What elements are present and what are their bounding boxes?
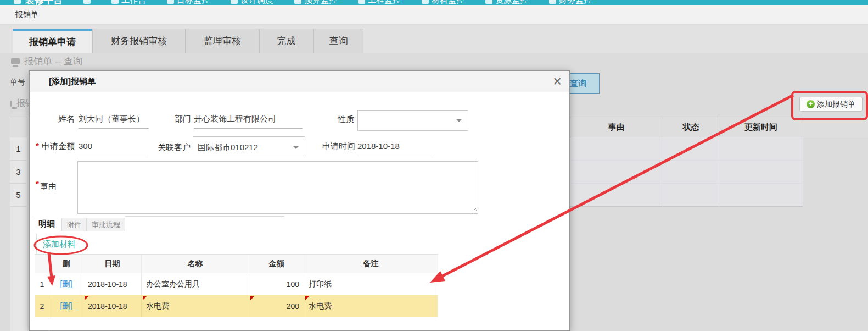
note-cell[interactable]: 打印纸 xyxy=(304,273,438,295)
menu-label: 目标监控 xyxy=(177,0,210,5)
tab-label: 审批流程 xyxy=(92,220,120,230)
time-field[interactable]: 2018-10-18 xyxy=(357,136,432,156)
reason-textarea[interactable] xyxy=(77,161,478,214)
note-cell[interactable]: 水电费 xyxy=(304,295,438,317)
bg-col-header-zhuangtai: 状态 xyxy=(663,117,719,137)
tab-label: 监理审核 xyxy=(204,35,241,47)
tab-label: 附件 xyxy=(67,220,81,230)
target-icon xyxy=(167,0,174,4)
menu-label: 资源监控 xyxy=(495,0,528,5)
tab-shenpi-liucheng[interactable]: 审批流程 xyxy=(87,218,125,231)
desktop-icon xyxy=(111,0,119,4)
date-cell[interactable]: 2018-10-18 xyxy=(83,295,142,317)
section-title-text: 报销单 -- 查询 xyxy=(24,55,82,68)
tab-baoxiaodan-shenqing[interactable]: 报销单申请 xyxy=(13,29,92,53)
menu-item-cailiao[interactable]: 材料监控 xyxy=(422,0,464,5)
detail-table: 删 日期 名称 金额 备注 1 [删] 2018-10-18 办公室办公用具 1… xyxy=(35,254,438,317)
delete-link[interactable]: [删] xyxy=(60,279,72,289)
required-mark: * xyxy=(36,179,39,188)
amount-field[interactable]: 300 xyxy=(79,136,146,156)
col-header-amount: 金额 xyxy=(249,255,304,273)
dept-field[interactable]: 开心装饰工程有限公司 xyxy=(194,109,303,129)
bg-cell xyxy=(663,161,719,184)
nature-label: 性质 xyxy=(320,109,354,129)
amount-cell[interactable]: 200 xyxy=(249,295,304,317)
customer-label: 关联客户 xyxy=(158,137,191,157)
delete-link[interactable]: [删] xyxy=(60,301,72,311)
customer-value: 国际都市010212 xyxy=(198,142,258,152)
tab-fujian[interactable]: 附件 xyxy=(61,218,87,231)
menu-label: 财务监控 xyxy=(559,0,592,5)
menu-label: 工程监控 xyxy=(368,0,401,5)
bg-col-header-shiyou: 事由 xyxy=(570,117,663,137)
tab-label: 明细 xyxy=(38,219,55,229)
budget-icon xyxy=(294,0,301,4)
name-cell[interactable]: 办公室办公用具 xyxy=(142,273,249,295)
col-header-note: 备注 xyxy=(304,255,438,273)
bg-cell xyxy=(570,137,663,161)
chevron-down-icon xyxy=(293,146,299,152)
tab-label: 完成 xyxy=(277,35,296,47)
bg-cell xyxy=(719,184,803,207)
date-cell[interactable]: 2018-10-18 xyxy=(83,273,142,295)
hamburger-icon[interactable] xyxy=(83,0,91,4)
logo-icon xyxy=(14,0,21,4)
time-label: 申请时间 xyxy=(322,136,355,156)
nature-select[interactable] xyxy=(357,110,468,131)
add-baoxiaodan-button[interactable]: 添加报销单 xyxy=(799,97,863,112)
dialog-header xyxy=(30,71,569,92)
chevron-down-icon xyxy=(456,119,462,125)
tab-chaxun[interactable]: 查询 xyxy=(313,29,363,53)
bg-row-number: 1 xyxy=(10,137,27,161)
bg-col-header-empty xyxy=(803,117,868,137)
name-label: 姓名 xyxy=(39,109,75,129)
project-icon xyxy=(358,0,365,4)
menu-item-sheji[interactable]: 设计调度 xyxy=(231,0,273,5)
bg-col-header-gengxinshijian: 更新时间 xyxy=(719,117,803,137)
bg-cell xyxy=(719,161,803,184)
menu-item-gongzuotai[interactable]: 工作台 xyxy=(111,0,146,5)
close-icon[interactable]: × xyxy=(553,72,562,91)
row-number: 2 xyxy=(35,295,49,317)
col-header-del: 删 xyxy=(49,255,83,273)
divider xyxy=(125,216,284,217)
brand: 装修平台 xyxy=(14,0,63,5)
add-material-link[interactable]: 添加材料 xyxy=(43,239,76,250)
dept-label: 部门 xyxy=(157,109,191,129)
danhao-label: 单号 xyxy=(10,78,25,87)
top-menu-bar: 装修平台 工作台 目标监控 设计调度 预算监控 工程监控 材料监控 资源监控 财… xyxy=(0,0,868,5)
menu-item-ziyuan[interactable]: 资源监控 xyxy=(485,0,528,5)
header-strip xyxy=(0,5,868,25)
bg-table-corner xyxy=(10,117,27,137)
tab-mingxi[interactable]: 明细 xyxy=(32,216,61,231)
menu-item-caiwu[interactable]: 财务监控 xyxy=(549,0,592,5)
customer-select[interactable]: 国际都市010212 xyxy=(193,136,305,158)
tab-label: 财务报销审核 xyxy=(111,35,167,47)
bg-cell xyxy=(663,137,719,161)
menu-label: 预算监控 xyxy=(304,0,337,5)
tab-jianli-shenhe[interactable]: 监理审核 xyxy=(186,29,259,53)
section-title: 报销单 -- 查询 xyxy=(11,55,82,68)
menu-label: 材料监控 xyxy=(432,0,464,5)
menu-item-mubiao[interactable]: 目标监控 xyxy=(167,0,210,5)
bg-row-number: 3 xyxy=(10,161,27,184)
row-number: 1 xyxy=(35,273,49,295)
resource-icon xyxy=(485,0,492,4)
tab-wancheng[interactable]: 完成 xyxy=(259,29,313,53)
delete-cell: [删] xyxy=(49,273,83,295)
menu-item-gongcheng[interactable]: 工程监控 xyxy=(358,0,401,5)
menu-label: 设计调度 xyxy=(240,0,273,5)
name-field[interactable]: 刘大同（董事长） xyxy=(79,109,149,129)
dialog-title: [添加]报销单 xyxy=(49,76,96,87)
menu-item-yusuan[interactable]: 预算监控 xyxy=(294,0,337,5)
amount-cell[interactable]: 100 xyxy=(249,273,304,295)
bg-row-number-empty xyxy=(10,207,27,331)
name-cell[interactable]: 水电费 xyxy=(142,295,249,317)
tab-caiwu-shenhe[interactable]: 财务报销审核 xyxy=(92,29,186,53)
add-baoxiaodan-label: 添加报销单 xyxy=(817,100,855,109)
brand-label: 装修平台 xyxy=(25,0,63,5)
design-icon xyxy=(231,0,238,4)
required-mark: * xyxy=(36,141,39,150)
col-header-name: 名称 xyxy=(142,255,249,273)
col-header-date: 日期 xyxy=(83,255,142,273)
